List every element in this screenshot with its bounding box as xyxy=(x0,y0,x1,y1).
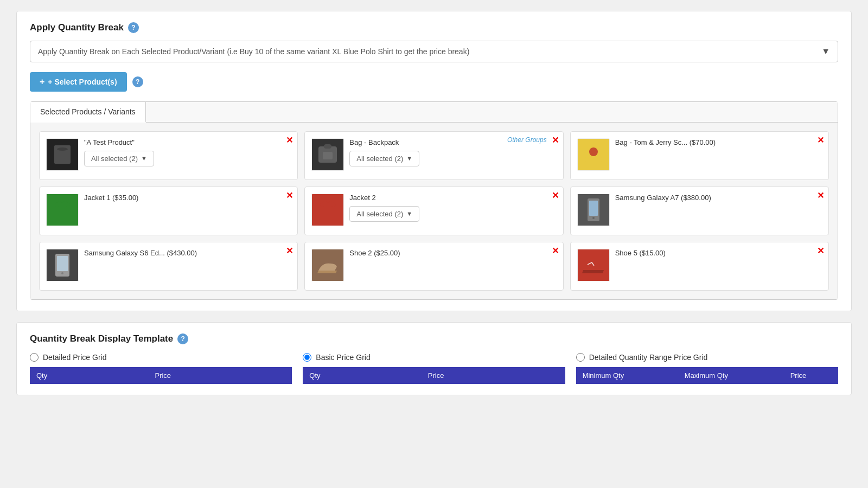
other-groups-link[interactable]: Other Groups xyxy=(507,136,547,144)
remove-product-btn-test-product[interactable]: ✕ xyxy=(286,136,293,145)
remove-product-btn-shoe-2[interactable]: ✕ xyxy=(552,247,559,255)
product-card-jacket-2: ✕ Jacket 2 All selected (2) ▼ xyxy=(304,187,563,235)
product-card-test-product: ✕ "A Test Product" All selected (2) ▼ xyxy=(39,131,298,180)
svg-rect-1 xyxy=(57,147,68,151)
product-info-shoe-2: Shoe 2 ($25.00) xyxy=(349,249,556,258)
product-info-jacket-2: Jacket 2 All selected (2) ▼ xyxy=(349,194,556,222)
tab-selected-products[interactable]: Selected Products / Variants xyxy=(30,102,146,123)
product-card-top: Shoe 5 ($15.00) xyxy=(577,249,822,281)
price-grid-table-detailed-price-grid: QtyPrice xyxy=(30,367,292,384)
remove-product-btn-shoe-5[interactable]: ✕ xyxy=(817,247,824,255)
remove-product-btn-jacket-1[interactable]: ✕ xyxy=(286,191,293,200)
svg-rect-7 xyxy=(585,157,602,162)
product-name-test-product: "A Test Product" xyxy=(84,138,291,147)
quantity-break-template-section: Quantity Break Display Template ? Detail… xyxy=(16,322,852,395)
product-card-top: Samsung Galaxy A7 ($380.00) xyxy=(577,194,822,226)
price-grid-table-detailed-qty-range: Minimum QtyMaximum QtyPrice xyxy=(576,367,838,384)
radio-text-basic-price-grid: Basic Price Grid xyxy=(316,353,370,362)
select-products-button[interactable]: + + Select Product(s) xyxy=(30,72,127,92)
variant-label: All selected (2) xyxy=(356,210,403,218)
svg-point-6 xyxy=(589,147,598,156)
product-info-samsung-a7: Samsung Galaxy A7 ($380.00) xyxy=(615,194,822,203)
quantity-break-dropdown[interactable]: Apply Quantity Break on Each Selected Pr… xyxy=(30,41,838,62)
product-image-samsung-a7 xyxy=(577,194,610,226)
svg-rect-3 xyxy=(324,144,331,149)
template-option-detailed-price-grid: Detailed Price Grid QtyPrice xyxy=(30,353,292,384)
variant-dropdown-test-product[interactable]: All selected (2) ▼ xyxy=(84,151,154,166)
remove-product-btn-samsung-s6[interactable]: ✕ xyxy=(286,247,293,255)
product-name-samsung-s6: Samsung Galaxy S6 Ed... ($430.00) xyxy=(84,249,291,258)
product-name-samsung-a7: Samsung Galaxy A7 ($380.00) xyxy=(615,194,822,203)
products-tab-header: Selected Products / Variants xyxy=(30,102,838,123)
product-card-top: Bag - Tom & Jerry Sc... ($70.00) xyxy=(577,138,822,171)
table-header-row: Minimum QtyMaximum QtyPrice xyxy=(576,367,838,384)
template-help-icon[interactable]: ? xyxy=(177,333,188,344)
product-card-samsung-s6: ✕ Samsung Galaxy S6 Ed... ($430.00) xyxy=(39,242,298,291)
radio-basic-price-grid[interactable] xyxy=(303,353,311,362)
dropdown-value-text: Apply Quantity Break on Each Selected Pr… xyxy=(38,47,469,56)
product-name-jacket-1: Jacket 1 ($35.00) xyxy=(84,194,291,203)
product-image-samsung-s6 xyxy=(46,249,79,281)
page-container: Apply Quantity Break ? Apply Quantity Br… xyxy=(0,0,868,406)
radio-detailed-price-grid[interactable] xyxy=(30,353,39,362)
section-title-text: Apply Quantity Break xyxy=(30,22,124,33)
product-card-top: Jacket 2 All selected (2) ▼ xyxy=(311,194,556,226)
radio-label-detailed-qty-range[interactable]: Detailed Quantity Range Price Grid xyxy=(576,353,838,362)
products-tab-container: Selected Products / Variants ✕ "A Test P… xyxy=(30,101,838,300)
product-info-test-product: "A Test Product" All selected (2) ▼ xyxy=(84,138,291,166)
product-info-jacket-1: Jacket 1 ($35.00) xyxy=(84,194,291,203)
product-image-test-product xyxy=(46,138,79,171)
product-info-samsung-s6: Samsung Galaxy S6 Ed... ($430.00) xyxy=(84,249,291,258)
template-options: Detailed Price Grid QtyPrice Basic Price… xyxy=(30,353,838,384)
product-card-samsung-a7: ✕ Samsung Galaxy A7 ($380.00) xyxy=(570,187,829,235)
template-title-text: Quantity Break Display Template xyxy=(30,333,173,344)
products-grid: ✕ "A Test Product" All selected (2) ▼ Ot… xyxy=(30,123,838,299)
svg-point-10 xyxy=(592,217,595,219)
section-title: Apply Quantity Break ? xyxy=(30,22,838,33)
dropdown-arrow-icon: ▼ xyxy=(406,155,412,162)
product-card-top: Jacket 1 ($35.00) xyxy=(46,194,291,226)
template-option-basic-price-grid: Basic Price Grid QtyPrice xyxy=(303,353,565,384)
product-card-jacket-1: ✕ Jacket 1 ($35.00) xyxy=(39,187,298,235)
select-products-help-icon[interactable]: ? xyxy=(132,76,143,87)
remove-product-btn-bag-backpack[interactable]: ✕ xyxy=(552,136,559,145)
template-section-title: Quantity Break Display Template ? xyxy=(30,333,838,344)
product-image-bag-backpack xyxy=(311,138,344,171)
product-image-jacket-2 xyxy=(311,194,344,226)
product-card-top: "A Test Product" All selected (2) ▼ xyxy=(46,138,291,171)
svg-point-13 xyxy=(61,272,63,274)
product-image-shoe-2 xyxy=(311,249,344,281)
product-info-shoe-5: Shoe 5 ($15.00) xyxy=(615,249,822,258)
radio-label-basic-price-grid[interactable]: Basic Price Grid xyxy=(303,353,565,362)
price-grid-table-basic-price-grid: QtyPrice xyxy=(303,367,565,384)
variant-dropdown-jacket-2[interactable]: All selected (2) ▼ xyxy=(349,206,419,222)
svg-rect-9 xyxy=(589,201,598,216)
table-header-row: QtyPrice xyxy=(30,367,292,384)
product-card-shoe-5: ✕ Shoe 5 ($15.00) xyxy=(570,242,829,291)
product-image-bag-tom-jerry xyxy=(577,138,610,171)
radio-label-detailed-price-grid[interactable]: Detailed Price Grid xyxy=(30,353,292,362)
product-name-shoe-2: Shoe 2 ($25.00) xyxy=(349,249,556,258)
remove-product-btn-bag-tom-jerry[interactable]: ✕ xyxy=(817,136,824,145)
variant-dropdown-bag-backpack[interactable]: All selected (2) ▼ xyxy=(349,151,419,166)
radio-text-detailed-price-grid: Detailed Price Grid xyxy=(43,353,107,362)
svg-rect-12 xyxy=(57,256,68,271)
product-image-jacket-1 xyxy=(46,194,79,226)
radio-detailed-qty-range[interactable] xyxy=(576,353,585,362)
dropdown-arrow-icon: ▼ xyxy=(141,155,147,162)
template-option-detailed-qty-range: Detailed Quantity Range Price Grid Minim… xyxy=(576,353,838,384)
product-name-bag-tom-jerry: Bag - Tom & Jerry Sc... ($70.00) xyxy=(615,138,822,147)
remove-product-btn-jacket-2[interactable]: ✕ xyxy=(552,191,559,200)
dropdown-arrow-icon: ▼ xyxy=(406,210,412,217)
product-card-shoe-2: ✕ Shoe 2 ($25.00) xyxy=(304,242,563,291)
variant-label: All selected (2) xyxy=(356,155,403,163)
select-products-label: + Select Product(s) xyxy=(48,78,117,86)
apply-quantity-break-section: Apply Quantity Break ? Apply Quantity Br… xyxy=(16,11,852,311)
product-info-bag-tom-jerry: Bag - Tom & Jerry Sc... ($70.00) xyxy=(615,138,822,147)
apply-qty-help-icon[interactable]: ? xyxy=(128,22,139,33)
product-name-shoe-5: Shoe 5 ($15.00) xyxy=(615,249,822,258)
product-card-bag-tom-jerry: ✕ Bag - Tom & Jerry Sc... ($70.00) xyxy=(570,131,829,180)
remove-product-btn-samsung-a7[interactable]: ✕ xyxy=(817,191,824,200)
product-image-shoe-5 xyxy=(577,249,610,281)
plus-icon: + xyxy=(40,77,44,87)
